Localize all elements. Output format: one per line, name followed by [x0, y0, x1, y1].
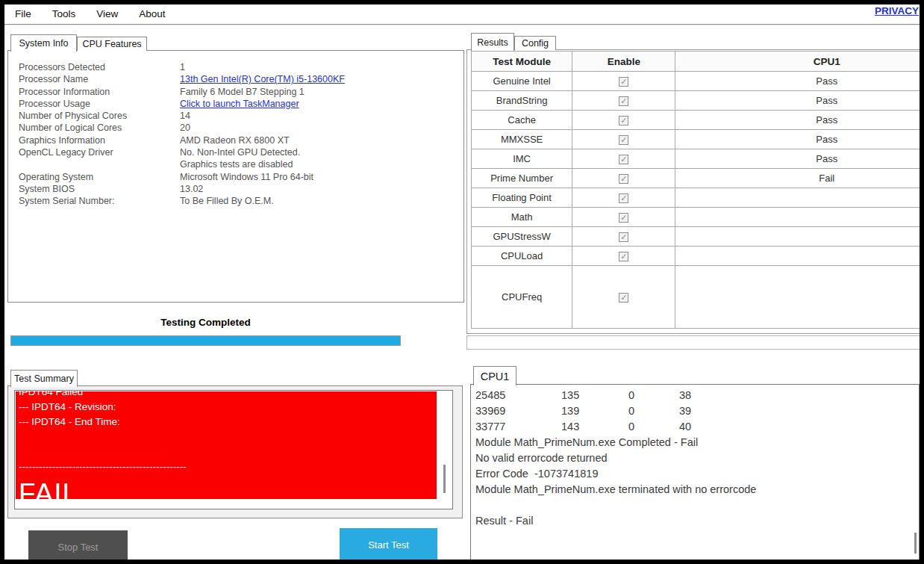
- log-col-value: 0: [628, 388, 679, 403]
- enable-checkbox-checked-icon[interactable]: ✓: [619, 155, 628, 164]
- result-cell: [675, 247, 920, 266]
- result-cell: Pass: [675, 91, 920, 111]
- cpu-log-lines: 254851350383396913903933777143040Module …: [471, 385, 919, 532]
- start-test-button[interactable]: Start Test: [340, 528, 437, 562]
- enable-checkbox-checked-icon[interactable]: ✓: [619, 116, 628, 125]
- info-label: Processor Usage: [19, 98, 180, 110]
- enable-cell: ✓: [572, 111, 675, 130]
- system-info-row: System BIOS13.02: [19, 183, 463, 195]
- enable-cell: ✓: [572, 208, 675, 227]
- enable-cell: ✓: [572, 169, 675, 188]
- info-value: Click to launch TaskManager: [180, 98, 299, 110]
- module-cell: BrandString: [472, 91, 572, 111]
- info-value: Microsoft Windows 11 Pro 64-bit: [180, 171, 313, 183]
- enable-cell: ✓: [572, 266, 675, 329]
- enable-checkbox-checked-icon[interactable]: ✓: [619, 232, 628, 242]
- info-label: [19, 158, 180, 170]
- enable-checkbox-checked-icon[interactable]: ✓: [619, 293, 628, 303]
- enable-checkbox-checked-icon[interactable]: ✓: [619, 213, 628, 223]
- info-value-link[interactable]: Click to launch TaskManager: [180, 99, 299, 109]
- system-info-panel: Processors Detected1Processor Name13th G…: [7, 50, 464, 303]
- result-cell: [675, 208, 920, 227]
- results-row: Floating Point✓: [472, 188, 920, 208]
- enable-cell: ✓: [572, 72, 675, 91]
- results-row: IMC✓Pass: [472, 149, 920, 169]
- enable-checkbox-checked-icon[interactable]: ✓: [619, 174, 628, 184]
- result-cell: [675, 188, 920, 208]
- module-cell: Prime Number: [472, 169, 572, 188]
- system-info-row: Operating SystemMicrosoft Windows 11 Pro…: [19, 171, 463, 183]
- info-value: 13.02: [180, 183, 203, 195]
- enable-cell: ✓: [572, 91, 675, 111]
- privacy-link[interactable]: PRIVACY: [875, 5, 919, 16]
- tab-config[interactable]: Config: [514, 36, 556, 50]
- module-cell: GPUStressW: [472, 227, 572, 247]
- enable-checkbox-checked-icon[interactable]: ✓: [619, 193, 628, 203]
- summary-line: [19, 430, 437, 444]
- tab-cpu-features[interactable]: CPU Features: [77, 37, 147, 51]
- info-label: Number of Logical Cores: [19, 122, 180, 134]
- menu-separator: [4, 24, 920, 26]
- tab-cpu1[interactable]: CPU1: [473, 366, 516, 385]
- system-info-row: Number of Physical Cores14: [19, 110, 463, 122]
- menu-tools[interactable]: Tools: [42, 8, 87, 19]
- menu-view[interactable]: View: [86, 8, 128, 19]
- test-summary-scroll-area[interactable]: IPDT64 Failed--- IPDT64 - Revision:--- I…: [14, 390, 453, 509]
- summary-line: [19, 444, 437, 459]
- log-line: [475, 498, 914, 513]
- cpu-log-scrollbar-thumb[interactable]: [914, 533, 917, 554]
- scrollbar-thumb[interactable]: [443, 465, 446, 493]
- system-info-row: System Serial Number:To Be Filled By O.E…: [19, 195, 463, 207]
- log-line: Error Code -1073741819: [475, 466, 914, 482]
- cpu-log-panel[interactable]: 254851350383396913903933777143040Module …: [470, 384, 920, 560]
- log-col-value: 39: [679, 403, 691, 419]
- log-col-value: 38: [679, 388, 691, 403]
- log-col-value: 139: [561, 403, 628, 419]
- enable-cell: ✓: [572, 227, 675, 247]
- enable-checkbox-checked-icon[interactable]: ✓: [619, 96, 628, 106]
- log-line: 33969139039: [475, 403, 914, 419]
- system-info-rows: Processors Detected1Processor Name13th G…: [8, 51, 463, 208]
- system-info-tabstrip: System Info CPU Features: [10, 34, 147, 51]
- enable-checkbox-checked-icon[interactable]: ✓: [619, 77, 628, 87]
- log-col-value: 25485: [475, 388, 561, 403]
- module-cell: MMXSSE: [472, 130, 572, 149]
- info-label: Processor Information: [19, 86, 180, 98]
- module-cell: Math: [472, 208, 572, 227]
- menu-about[interactable]: About: [128, 8, 175, 19]
- results-row: BrandString✓Pass: [472, 91, 920, 111]
- system-info-row: Processors Detected1: [19, 61, 463, 73]
- system-info-row: Processor Name13th Gen Intel(R) Core(TM)…: [19, 73, 463, 85]
- menu-file[interactable]: File: [4, 8, 42, 19]
- results-tabstrip: Results Config: [471, 32, 556, 50]
- summary-line: --- IPDT64 - Revision:: [19, 400, 437, 415]
- info-value: Graphics tests are disabled: [180, 158, 293, 170]
- module-cell: CPUFreq: [472, 266, 572, 329]
- results-row: CPUFreq✓: [472, 266, 920, 329]
- log-line: No valid errorcode returned: [475, 450, 914, 466]
- results-horizontal-scrollbar[interactable]: [466, 335, 920, 350]
- module-cell: IMC: [472, 149, 572, 169]
- test-summary-scrollbar[interactable]: [437, 391, 452, 508]
- enable-cell: ✓: [572, 130, 675, 149]
- tab-results[interactable]: Results: [471, 33, 514, 51]
- results-header-row: Test Module Enable CPU1: [472, 52, 920, 72]
- results-row: Prime Number✓Fail: [472, 169, 920, 188]
- tab-system-info[interactable]: System Info: [10, 34, 77, 52]
- result-cell: Pass: [675, 72, 920, 91]
- module-cell: Cache: [472, 111, 572, 130]
- log-col-value: 0: [628, 419, 679, 435]
- testing-status-label: Testing Completed: [10, 317, 401, 328]
- result-cell: Pass: [675, 149, 920, 169]
- module-cell: Genuine Intel: [472, 72, 572, 91]
- info-label: System BIOS: [19, 183, 180, 195]
- tab-test-summary[interactable]: Test Summary: [10, 370, 78, 387]
- log-col-value: 0: [628, 403, 679, 419]
- info-value-link[interactable]: 13th Gen Intel(R) Core(TM) i5-13600KF: [180, 74, 345, 84]
- enable-checkbox-checked-icon[interactable]: ✓: [619, 252, 628, 261]
- enable-checkbox-checked-icon[interactable]: ✓: [619, 135, 628, 145]
- info-label: Processors Detected: [19, 61, 180, 73]
- log-line: Module Math_PrimeNum.exe terminated with…: [475, 482, 914, 498]
- stop-test-button[interactable]: Stop Test: [28, 530, 128, 564]
- test-summary-fail-box: IPDT64 Failed--- IPDT64 - Revision:--- I…: [16, 391, 437, 499]
